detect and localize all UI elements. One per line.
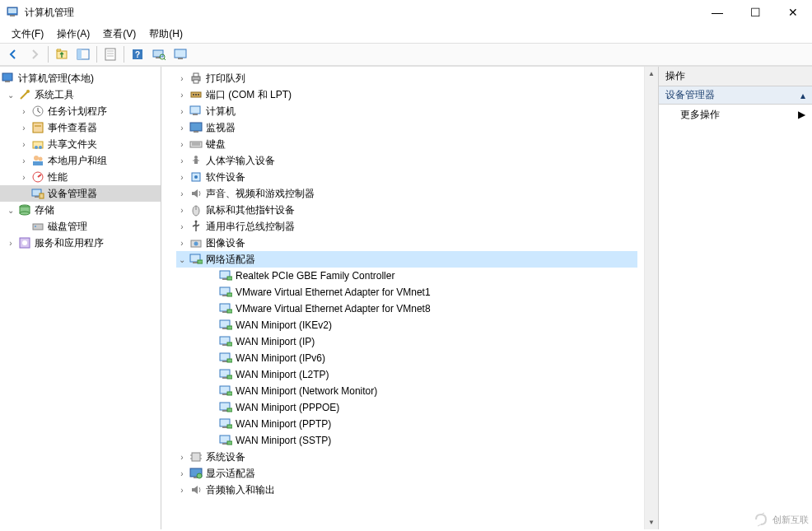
scan-hardware-button[interactable] — [149, 45, 169, 63]
expand-icon[interactable]: › — [176, 89, 188, 100]
expand-icon[interactable]: › — [176, 105, 188, 117]
nav-storage[interactable]: ⌄ 存储 — [0, 202, 161, 218]
expand-icon[interactable]: › — [176, 72, 188, 84]
device-imaging[interactable]: › 图像设备 — [176, 235, 637, 251]
network-adapter-9[interactable]: WAN Miniport (PPTP) — [176, 416, 637, 432]
collapse-icon[interactable]: ⌄ — [5, 89, 16, 100]
network-adapter-4-label: WAN Miniport (IP) — [236, 336, 315, 347]
expand-icon[interactable]: › — [176, 171, 188, 183]
nav-shared-folders[interactable]: › 共享文件夹 — [0, 136, 161, 152]
nav-root[interactable]: 计算机管理(本地) — [0, 70, 161, 86]
monitor-button[interactable] — [170, 45, 190, 63]
device-mice[interactable]: › 鼠标和其他指针设备 — [176, 202, 637, 218]
device-software-label: 软件设备 — [206, 170, 245, 184]
network-adapter-10[interactable]: WAN Miniport (SSTP) — [176, 432, 637, 449]
device-ports-label: 端口 (COM 和 LPT) — [206, 88, 292, 102]
nav-system-tools[interactable]: ⌄ 系统工具 — [0, 86, 161, 103]
nav-shared-folders-label: 共享文件夹 — [48, 137, 97, 151]
svg-point-36 — [20, 212, 30, 215]
svg-point-20 — [26, 90, 30, 93]
device-system-devices[interactable]: › 系统设备 — [176, 449, 637, 465]
menu-action[interactable]: 操作(A) — [52, 26, 95, 43]
network-adapter-8[interactable]: WAN Miniport (PPPOE) — [176, 399, 637, 416]
device-computer[interactable]: › 计算机 — [176, 103, 637, 119]
expand-icon[interactable]: › — [18, 105, 30, 117]
device-print-queues[interactable]: › 打印队列 — [176, 70, 637, 86]
svg-point-46 — [195, 94, 197, 95]
show-hide-tree-button[interactable] — [73, 45, 93, 63]
expand-icon[interactable]: › — [176, 221, 188, 232]
nav-task-scheduler[interactable]: › 任务计划程序 — [0, 103, 161, 119]
network-adapter-6[interactable]: WAN Miniport (L2TP) — [176, 366, 637, 383]
mouse-icon — [189, 203, 203, 217]
expand-icon[interactable]: › — [5, 237, 16, 249]
svg-rect-49 — [193, 114, 198, 115]
network-adapter-0-label: Realtek PCIe GBE Family Controller — [236, 270, 394, 282]
scroll-down-arrow[interactable]: ▼ — [645, 515, 658, 529]
nic-icon — [219, 352, 232, 365]
device-monitors[interactable]: › 监视器 — [176, 119, 637, 136]
expand-icon[interactable]: › — [176, 237, 188, 249]
nic-icon — [219, 401, 232, 414]
more-actions[interactable]: 更多操作 ▶ — [659, 105, 812, 124]
device-display-adapters[interactable]: › 显示适配器 — [176, 465, 637, 482]
vertical-scrollbar[interactable]: ▲ ▼ — [644, 67, 658, 529]
svg-rect-81 — [222, 344, 227, 346]
menu-view[interactable]: 查看(V) — [98, 26, 141, 43]
expand-icon[interactable]: › — [176, 188, 188, 199]
device-ports[interactable]: › 端口 (COM 和 LPT) — [176, 86, 637, 103]
nav-event-viewer[interactable]: › 事件查看器 — [0, 119, 161, 136]
device-usb[interactable]: › 通用串行总线控制器 — [176, 218, 637, 235]
maximize-button[interactable]: ☐ — [736, 0, 774, 25]
network-adapter-1[interactable]: VMware Virtual Ethernet Adapter for VMne… — [176, 284, 637, 300]
network-adapter-2[interactable]: VMware Virtual Ethernet Adapter for VMne… — [176, 300, 637, 317]
up-button[interactable] — [52, 45, 72, 63]
expand-icon[interactable]: › — [18, 171, 30, 183]
device-tree-panel: › 打印队列 › 端口 (COM 和 LPT) › 计算机 › 监视器 › 键盘… — [161, 67, 659, 529]
network-adapter-7[interactable]: WAN Miniport (Network Monitor) — [176, 383, 637, 399]
device-hid-label: 人体学输入设备 — [206, 154, 275, 168]
network-adapter-0[interactable]: Realtek PCIe GBE Family Controller — [176, 268, 637, 284]
help-button[interactable]: ? — [128, 45, 147, 63]
scroll-up-arrow[interactable]: ▲ — [645, 67, 658, 81]
device-sound[interactable]: › 声音、视频和游戏控制器 — [176, 185, 637, 202]
device-software[interactable]: › 软件设备 — [176, 169, 637, 185]
network-adapter-4[interactable]: WAN Miniport (IP) — [176, 333, 637, 350]
nav-device-manager-label: 设备管理器 — [48, 187, 97, 201]
expand-icon[interactable]: › — [18, 122, 30, 133]
menu-file[interactable]: 文件(F) — [7, 26, 49, 43]
device-hid[interactable]: › 人体学输入设备 — [176, 152, 637, 169]
nav-services-apps[interactable]: › 服务和应用程序 — [0, 235, 161, 251]
expand-icon[interactable]: › — [176, 468, 188, 479]
back-button[interactable] — [3, 45, 23, 63]
svg-rect-72 — [222, 295, 227, 296]
network-adapter-1-label: VMware Virtual Ethernet Adapter for VMne… — [236, 286, 431, 298]
expand-icon[interactable]: › — [176, 451, 188, 463]
close-button[interactable]: ✕ — [774, 0, 812, 25]
menu-help[interactable]: 帮助(H) — [144, 26, 188, 43]
expand-icon[interactable]: › — [18, 155, 30, 166]
device-keyboards[interactable]: › 键盘 — [176, 136, 637, 152]
device-network-adapters[interactable]: ⌄ 网络适配器 — [176, 251, 637, 268]
nav-disk-mgmt[interactable]: 磁盘管理 — [0, 218, 161, 235]
expand-icon[interactable]: › — [176, 122, 188, 133]
scroll-track[interactable] — [645, 81, 658, 515]
expand-icon[interactable]: › — [18, 138, 30, 150]
nav-local-users[interactable]: › 本地用户和组 — [0, 152, 161, 169]
network-adapter-3[interactable]: WAN Miniport (IKEv2) — [176, 317, 637, 333]
collapse-icon[interactable]: ⌄ — [5, 204, 16, 216]
collapse-icon[interactable]: ⌄ — [176, 254, 188, 265]
nav-performance[interactable]: › 性能 — [0, 169, 161, 185]
nav-device-manager[interactable]: 设备管理器 — [0, 185, 161, 202]
expand-icon[interactable]: › — [176, 155, 188, 166]
expand-icon[interactable]: › — [176, 138, 188, 150]
actions-section-label: 设备管理器 — [665, 88, 715, 102]
properties-button[interactable] — [100, 45, 120, 63]
device-audio-io[interactable]: › 音频输入和输出 — [176, 482, 637, 498]
forward-button[interactable] — [25, 45, 44, 63]
minimize-button[interactable]: — — [698, 0, 736, 25]
expand-icon[interactable]: › — [176, 484, 188, 496]
actions-section[interactable]: 设备管理器 ▴ — [659, 86, 812, 105]
network-adapter-5[interactable]: WAN Miniport (IPv6) — [176, 350, 637, 366]
expand-icon[interactable]: › — [176, 204, 188, 216]
